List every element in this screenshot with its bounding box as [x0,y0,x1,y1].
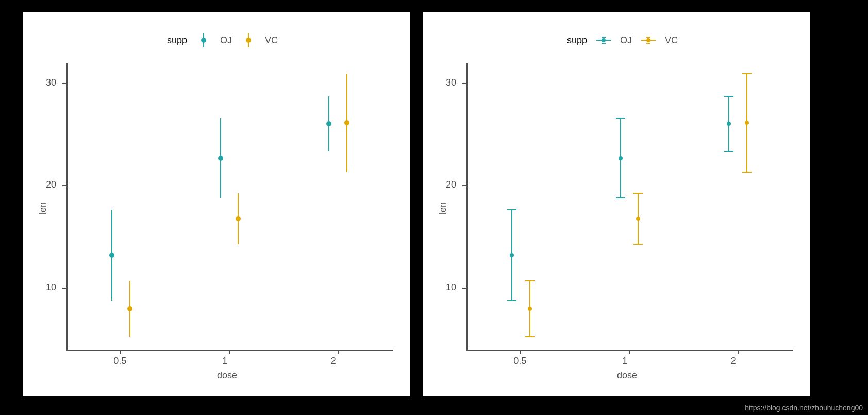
error-cap [525,280,535,281]
x-tick-label: 1 [222,356,227,367]
chart-panel-left: supp OJVC len dose 1020300.512 [23,12,410,396]
data-point [109,253,114,258]
y-tick-label: 20 [446,179,456,190]
legend-item-label: VC [265,35,278,46]
data-point [510,253,514,257]
x-tick-label: 2 [331,356,336,367]
x-tick-label: 0.5 [113,356,126,367]
x-axis-title: dose [617,370,637,381]
legend-item-label: VC [665,35,678,46]
x-tick [738,350,739,354]
x-tick [338,350,339,354]
error-cap [525,336,535,337]
y-tick [462,288,466,289]
y-tick-label: 10 [446,282,456,293]
data-point [218,156,223,161]
legend-key-vc [641,33,656,47]
error-cap [507,300,516,301]
y-axis-title: len [38,202,48,214]
legend-title: supp [567,35,587,46]
x-tick [520,350,521,354]
data-point [528,307,532,311]
error-cap [507,209,516,210]
data-point [127,306,132,311]
x-tick [629,350,630,354]
legend: supp OJVC [167,33,278,47]
x-tick-label: 2 [731,356,736,367]
x-tick [229,350,230,354]
error-cap [633,244,643,245]
y-tick-label: 30 [446,77,456,88]
chart-panel-right: supp OJVC len dose 1020300.512 [423,12,810,396]
legend-key-oj [596,33,611,47]
y-tick-label: 20 [46,179,56,190]
error-cap [742,73,752,74]
y-tick-label: 10 [46,282,56,293]
x-tick-label: 0.5 [513,356,526,367]
plot-area [66,63,393,351]
plot-area [466,63,793,351]
y-tick [462,83,466,84]
legend-item-label: OJ [220,35,232,46]
legend-item-label: OJ [620,35,632,46]
data-point [619,156,623,160]
y-tick [62,83,66,84]
error-cap [633,193,643,194]
error-cap [742,172,752,173]
legend-title: supp [167,35,187,46]
y-axis-title: len [438,202,448,214]
watermark: https://blog.csdn.net/zhouhucheng00 [745,404,863,412]
x-tick-label: 1 [622,356,627,367]
legend-key-vc [241,33,256,47]
stage: supp OJVC len dose 1020300.512 supp OJVC… [0,0,868,415]
legend-key-oj [196,33,211,47]
x-tick [120,350,121,354]
y-tick [462,185,466,186]
error-cap [616,197,625,198]
error-cap [724,96,733,97]
y-tick [62,288,66,289]
legend: supp OJVC [567,33,678,47]
y-tick [62,185,66,186]
error-cap [724,151,733,152]
y-tick-label: 30 [46,77,56,88]
error-cap [616,118,625,119]
x-axis-title: dose [217,370,237,381]
